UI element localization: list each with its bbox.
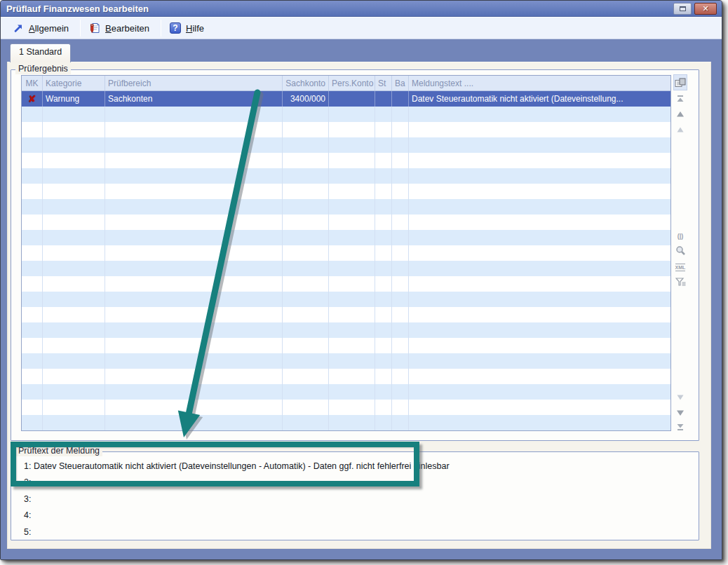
toolbar-button-allgemein[interactable]: Allgemein [8,19,76,37]
xml-icon: XML [675,264,686,271]
dialog-window: Prüflauf Finanzwesen bearbeiten ✕ Allgem… [0,0,722,560]
scroll-up-icon [675,110,685,118]
toolbar-separator [80,20,81,36]
toolbar-label: Hilfe [186,23,204,34]
edit-document-icon [89,22,100,34]
xml-export-button[interactable]: XML [673,261,687,273]
table-row[interactable] [22,369,670,384]
titlebar: Prüflauf Finanzwesen bearbeiten ✕ [1,1,722,17]
table-row[interactable] [22,153,670,168]
table-row[interactable] [22,322,670,338]
table-row[interactable] [22,276,670,292]
table-row[interactable] [22,184,670,199]
arrow-up-right-icon [13,22,24,34]
table-row[interactable] [22,245,670,261]
table-row[interactable] [22,122,670,137]
results-table: MK Kategorie Prüfbereich Sachkonto Pers.… [21,75,671,431]
restore-icon [680,6,686,11]
groupbox-prufergebnis: Prüfergebnis MK Kategorie Prüfbereich Sa… [11,69,699,441]
column-header-ba[interactable]: Ba [392,76,409,90]
filter-button[interactable] [673,275,687,288]
scroll-down-page-button[interactable] [673,391,687,404]
close-button[interactable]: ✕ [694,3,717,15]
cell-st [375,91,392,107]
groupbox-pruftext: Prüftext der Meldung 1: Datev Steuerauto… [11,451,699,540]
toolbar-separator [161,20,161,36]
column-header-sachkonto[interactable]: Sachkonto [283,76,329,90]
pruftext-line: 5: [24,524,699,540]
pruftext-line: 2: [24,475,699,491]
scroll-down-alt-icon [675,393,685,402]
search-button[interactable] [673,244,687,257]
table-row[interactable] [22,400,670,415]
toolbar-label: Allgemein [29,23,69,34]
copy-button[interactable] [673,74,687,90]
cell-meldungstext: Datev Steuerautomatik nicht aktiviert (D… [409,91,670,107]
table-body: ✘ Warnung Sachkonten 3400/000 Datev Steu… [22,91,670,430]
column-header-perskonto[interactable]: Pers.Konto [329,76,375,90]
pruftext-lines: 1: Datev Steuerautomatik nicht aktiviert… [11,458,699,540]
table-row[interactable] [22,292,670,307]
scroll-up-button[interactable] [673,108,687,121]
search-icon [675,245,686,256]
table-row-selected[interactable]: ✘ Warnung Sachkonten 3400/000 Datev Steu… [22,91,670,107]
scroll-top-button[interactable] [673,93,687,105]
copy-icon [675,78,686,88]
table-header-row: MK Kategorie Prüfbereich Sachkonto Pers.… [22,76,670,91]
table-row[interactable] [22,307,670,322]
table-row[interactable] [22,415,670,430]
scroll-up-page-button[interactable] [673,123,687,136]
scroll-bottom-icon [675,423,685,431]
column-header-st[interactable]: St [375,76,392,90]
groupbox-legend: Prüfergebnis [15,64,71,74]
toolbar-button-bearbeiten[interactable]: Bearbeiten [84,19,157,37]
toolbar-label: Bearbeiten [105,23,149,34]
cell-sachkonto: 3400/000 [283,91,329,107]
tab-standard[interactable]: 1 Standard [10,43,71,62]
toolbar: Allgemein Bearbeiten ? Hilfe [1,17,722,39]
cell-kategorie: Warnung [43,91,105,107]
table-row[interactable] [22,199,670,215]
filter-icon [675,277,686,287]
format-button[interactable]: (|) [673,230,687,243]
column-header-meldungstext[interactable]: Meldungstext .... [409,76,670,90]
scroll-top-icon [675,95,685,103]
screen: Prüflauf Finanzwesen bearbeiten ✕ Allgem… [0,0,728,565]
close-icon: ✕ [702,5,708,13]
warning-x-icon: ✘ [28,93,36,104]
table-row[interactable] [22,261,670,276]
table-row[interactable] [22,107,670,122]
scroll-down-icon [675,409,685,417]
window-title: Prüflauf Finanzwesen bearbeiten [6,4,149,14]
cell-prufbereich: Sachkonten [105,91,283,107]
scroll-up-alt-icon [675,125,685,134]
pruftext-line: 1: Datev Steuerautomatik nicht aktiviert… [24,458,699,475]
scroll-bottom-button[interactable] [673,421,687,433]
help-icon: ? [170,22,181,34]
table-row[interactable] [22,353,670,369]
column-header-kategorie[interactable]: Kategorie [43,76,105,90]
table-row[interactable] [22,215,670,230]
column-header-prufbereich[interactable]: Prüfbereich [105,76,283,90]
table-row[interactable] [22,137,670,153]
tab-panel: Prüfergebnis MK Kategorie Prüfbereich Sa… [7,62,711,549]
column-header-mk[interactable]: MK [22,76,43,90]
table-row[interactable] [22,230,670,245]
table-row[interactable] [22,384,670,400]
table-side-toolbar: (|) XML [673,75,688,434]
scroll-down-button[interactable] [673,407,687,419]
dialog-body: 1 Standard Prüfergebnis MK Kategorie Prü… [1,39,722,559]
restore-button[interactable] [673,3,692,15]
pruftext-line: 3: [24,491,699,508]
toolbar-button-hilfe[interactable]: ? Hilfe [165,19,212,37]
cell-ba [392,91,409,107]
table-row[interactable] [22,168,670,184]
window-controls: ✕ [673,3,717,15]
groupbox-legend: Prüftext der Meldung [15,446,102,456]
pruftext-line: 4: [24,508,699,524]
table-row[interactable] [22,338,670,353]
parentheses-icon: (|) [678,233,684,240]
cell-perskonto [329,91,375,107]
